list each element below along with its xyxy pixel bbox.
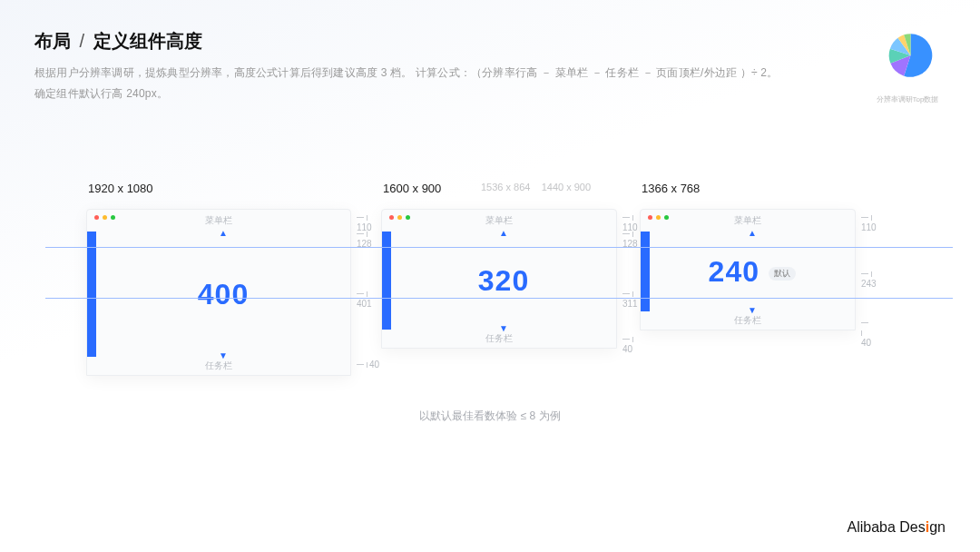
arrow-up-icon: ▲ xyxy=(499,228,508,238)
resolution-label: 1600 x 900 xyxy=(383,182,441,195)
inactive-resolutions: 1536 x 864 1440 x 900 xyxy=(481,182,591,192)
taskbar-label: 任务栏 xyxy=(382,330,616,348)
dim-topbar: 128 xyxy=(357,229,381,249)
subtitle-line-1: 根据用户分辨率调研，提炼典型分辨率，高度公式计算后得到建议高度 3 档。 计算公… xyxy=(34,66,778,79)
recommended-height: 400 xyxy=(198,278,249,311)
dim-taskbar: 40 xyxy=(357,360,379,370)
brand-pre: Alibaba Des xyxy=(847,519,925,535)
breadcrumb-title: 定义组件高度 xyxy=(93,31,202,51)
subtitle-line-2: 确定组件默认行高 240px。 xyxy=(34,87,168,100)
page-subtitle: 根据用户分辨率调研，提炼典型分辨率，高度公式计算后得到建议高度 3 档。 计算公… xyxy=(34,63,835,104)
dim-menubar: 110 xyxy=(861,212,877,232)
mock-window-2: 菜单栏 ▲ 320 ▼ 任务栏 xyxy=(381,209,617,349)
sidebar-strip xyxy=(87,232,96,357)
mock-window-1: 菜单栏 ▲ 400 ▼ 任务栏 xyxy=(86,209,351,376)
brand-post: gn xyxy=(929,519,946,535)
sidebar-strip xyxy=(641,232,650,311)
recommended-height: 320 xyxy=(478,264,529,298)
resolution-label: 1920 x 1080 xyxy=(88,182,153,195)
arrow-up-icon: ▲ xyxy=(219,228,228,238)
taskbar-label: 任务栏 xyxy=(87,357,350,375)
recommended-height: 240 xyxy=(709,255,760,288)
window-body: ▲ 240 默认 ▼ xyxy=(641,232,855,311)
inactive-res-b: 1440 x 900 xyxy=(542,182,591,192)
pie-chart-svg xyxy=(867,24,948,87)
inactive-res-a: 1536 x 864 xyxy=(481,182,530,192)
dim-content: 243 xyxy=(861,269,877,289)
arrow-up-icon: ▲ xyxy=(748,228,757,238)
resolution-pie-chart: 分辨率调研Top数据 xyxy=(862,24,953,104)
resolution-label: 1366 x 768 xyxy=(642,182,700,195)
taskbar-label: 任务栏 xyxy=(641,311,855,330)
footnote: 以默认最佳看数体验 ≤ 8 为例 xyxy=(0,409,980,424)
page-title: 布局 / 定义组件高度 xyxy=(34,29,835,54)
content-area: ▲ 400 ▼ xyxy=(96,232,350,357)
guideline-top xyxy=(45,247,953,248)
dim-content: 311 xyxy=(622,289,640,309)
dim-topbar: 128 xyxy=(622,229,640,249)
window-body: ▲ 400 ▼ xyxy=(87,232,350,357)
breadcrumb-separator: / xyxy=(76,31,89,51)
breadcrumb-prefix: 布局 xyxy=(34,31,71,51)
dim-taskbar: 40 xyxy=(622,334,640,354)
pie-caption: 分辨率调研Top数据 xyxy=(862,94,953,104)
dim-taskbar: 40 xyxy=(861,318,871,348)
mock-window-3: 菜单栏 ▲ 240 默认 ▼ 任务栏 xyxy=(640,209,856,330)
brand-logo: Alibaba Design xyxy=(847,519,946,536)
slide-header: 布局 / 定义组件高度 根据用户分辨率调研，提炼典型分辨率，高度公式计算后得到建… xyxy=(34,29,835,104)
dim-content: 401 xyxy=(357,289,381,309)
guideline-bottom xyxy=(45,298,953,299)
default-badge: 默认 xyxy=(769,267,796,281)
content-area: ▲ 240 默认 ▼ xyxy=(650,232,855,311)
